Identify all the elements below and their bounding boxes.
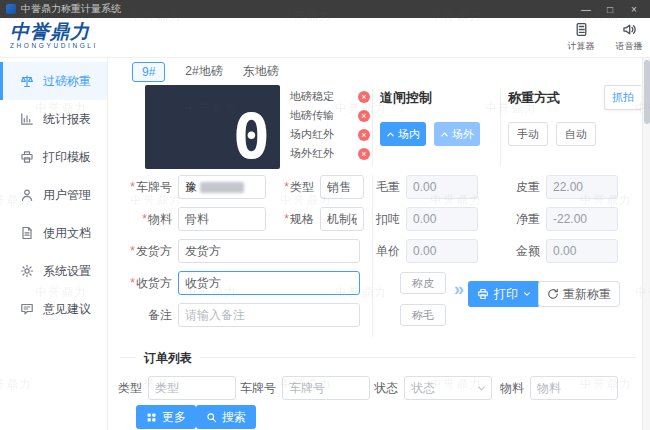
main-content: 9# 2#地磅 东地磅 0 地磅稳定 × 地磅传输 × 场内红外 × 场外红外 … [108,58,650,430]
net-label: 净重 [514,211,540,228]
more-button[interactable]: 更多 [136,405,196,429]
remark-input[interactable] [178,303,360,327]
form-row-material-spec: *物料 *规格 [116,207,364,231]
filter-status-select[interactable] [404,376,492,400]
spec-label: *规格 [274,211,314,228]
plate-value: 豫 [185,179,197,196]
scale-tabs: 9# 2#地磅 东地磅 [132,61,279,82]
amount-label: 金额 [514,243,540,260]
user-icon [20,188,34,202]
voice-broadcast-label: 语音播 [616,40,643,53]
amount-input [546,239,618,263]
weigh-gross-button[interactable]: 称毛 [400,304,446,326]
filter-type: 类型 [118,376,236,400]
sidebar-item-reports[interactable]: 统计报表 [0,100,107,138]
sidebar-item-user-management[interactable]: 用户管理 [0,176,107,214]
gate-control-panel: 道闸控制 场内 场外 [380,89,480,146]
search-icon [206,412,217,423]
minimize-icon[interactable]: — [576,4,596,15]
sender-label: *发货方 [116,243,172,260]
maximize-icon[interactable]: □ [600,4,620,15]
logo-subtext: ZHONGYUDINGLI [10,43,98,50]
calculator-button[interactable]: 计算器 [562,22,600,53]
gross-label: 毛重 [374,179,400,196]
divider [372,175,373,337]
capture-button[interactable]: 抓拍 [604,85,641,110]
calculator-label: 计算器 [568,40,595,53]
deduct-label: 扣吨 [374,211,400,228]
redacted-plate-text [200,182,244,193]
gate-outside-button[interactable]: 场外 [434,122,480,146]
deduct-input [406,207,478,231]
mode-manual-button[interactable]: 手动 [508,122,548,146]
voice-broadcast-button[interactable]: 语音播 [610,22,648,53]
weigh-tare-button[interactable]: 称皮 [400,272,446,294]
filter-type-input[interactable] [148,376,236,400]
tare-input [546,175,618,199]
gear-icon [20,264,34,278]
weight-row-price-amount: 单价 金额 [374,239,618,263]
scrollbar-thumb[interactable] [644,60,650,124]
document-icon [20,226,34,240]
tare-label: 皮重 [514,179,540,196]
printer-icon [477,288,489,300]
filter-material-label: 物料 [500,380,524,397]
search-button[interactable]: 搜索 [196,405,256,429]
reweigh-button[interactable]: 重新称重 [538,281,620,307]
tab-scale-east[interactable]: 东地磅 [243,61,279,82]
material-input[interactable] [178,207,266,231]
material-label: *物料 [116,211,172,228]
chevron-up-icon [440,130,449,139]
price-label: 单价 [374,243,400,260]
mode-auto-button[interactable]: 自动 [556,122,596,146]
calculator-icon [574,22,589,39]
weigh-mode-title: 称重方式 [508,89,596,107]
window-title: 中誉鼎力称重计量系统 [21,2,121,16]
filter-plate: 车牌号 [240,376,370,400]
plate-input[interactable]: 豫 [178,175,266,199]
speaker-icon [622,22,637,39]
gross-input [406,175,478,199]
weigh-mode-panel: 称重方式 手动 自动 [508,89,596,146]
error-icon: × [358,129,370,141]
receiver-input[interactable] [178,271,360,295]
print-button[interactable]: 打印 [468,281,540,307]
chevron-up-icon [386,130,395,139]
filter-plate-input[interactable] [282,376,370,400]
divider [500,88,501,166]
app-header: 中誉鼎力 ZHONGYUDINGLI 计算器 语音播 [0,18,650,58]
sidebar-item-label: 使用文档 [43,225,91,242]
plate-label: *车牌号 [116,179,172,196]
price-input [406,239,478,263]
gate-inside-button[interactable]: 场内 [380,122,426,146]
window-controls: — □ × [576,4,644,15]
vertical-scrollbar [642,58,650,430]
device-status-list: 地磅稳定 × 地磅传输 × 场内红外 × 场外红外 × [290,87,370,163]
scale-icon [20,74,34,88]
sender-input[interactable] [178,239,360,263]
sidebar-item-label: 打印模板 [43,149,91,166]
sidebar-item-feedback[interactable]: 意见建议 [0,290,107,328]
feedback-icon [20,302,34,316]
sidebar-item-label: 意见建议 [43,301,91,318]
spec-input[interactable] [320,207,364,231]
tab-scale-2[interactable]: 2#地磅 [185,61,222,82]
remark-label: 备注 [116,307,172,324]
close-icon[interactable]: × [624,4,644,15]
status-scale-transmit: 地磅传输 × [290,106,370,125]
sidebar-item-docs[interactable]: 使用文档 [0,214,107,252]
type-input[interactable] [320,175,364,199]
app-icon [6,4,16,14]
weight-display: 0 [145,85,280,169]
printer-icon [20,150,34,164]
sidebar-item-print-templates[interactable]: 打印模板 [0,138,107,176]
filter-material-input[interactable] [530,376,618,400]
divider [372,88,373,166]
receiver-label: *收货方 [116,275,172,292]
tab-scale-9[interactable]: 9# [132,62,165,82]
window-titlebar: 中誉鼎力称重计量系统 — □ × [0,0,650,18]
order-section-divider: 订单列表 [120,357,636,358]
sidebar-item-settings[interactable]: 系统设置 [0,252,107,290]
sidebar-item-weighing[interactable]: 过磅称重 [0,62,107,100]
form-row-plate-type: *车牌号 豫 *类型 [116,175,364,199]
